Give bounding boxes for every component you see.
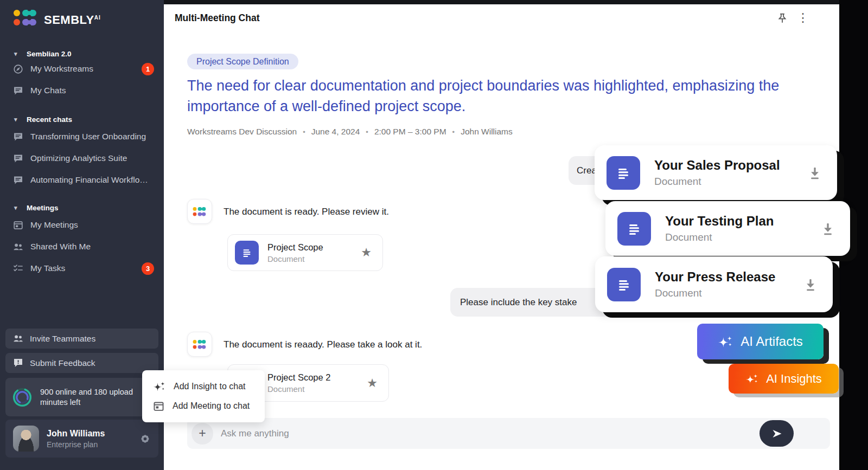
- star-icon[interactable]: ★: [367, 376, 378, 390]
- pin-icon: [776, 12, 788, 24]
- assistant-avatar: [187, 332, 212, 357]
- chat-icon: [13, 132, 23, 142]
- sidebar-item-label: Transforming User Onboarding: [30, 132, 146, 141]
- sidebar-item-my-chats[interactable]: My Chats: [0, 80, 164, 101]
- menu-item-add-meeting[interactable]: Add Meeting to chat: [142, 396, 265, 416]
- sidebar-item-label: My Workstreams: [30, 64, 93, 74]
- user-avatar: [13, 426, 39, 452]
- sidebar-item-my-workstreams[interactable]: My Workstreams 1: [0, 58, 164, 80]
- section-label: Recent chats: [27, 115, 72, 124]
- people-icon: [13, 242, 23, 252]
- sparkle-icon: [745, 374, 758, 384]
- chat-icon: [13, 153, 23, 164]
- section-recent-chats[interactable]: ▾ Recent chats: [0, 115, 164, 124]
- sidebar: SEMBLYAI ▾ Semblian 2.0 My Workstreams 1…: [0, 0, 164, 470]
- download-icon[interactable]: [802, 276, 819, 293]
- add-to-chat-menu: Add Insight to chat Add Meeting to chat: [142, 370, 265, 422]
- sidebar-item-recent-chat[interactable]: Automating Financial Workflo…: [0, 169, 164, 191]
- user-name: John Williams: [47, 429, 105, 439]
- user-profile[interactable]: John Williams Enterprise plan: [5, 420, 158, 458]
- artifact-title: Your Sales Proposal: [654, 158, 780, 173]
- chat-icon: [13, 86, 23, 96]
- compass-icon: [13, 64, 23, 74]
- ai-insights-label: AI Insights: [766, 372, 822, 386]
- more-options-button[interactable]: ⋮: [796, 10, 810, 26]
- download-icon[interactable]: [807, 165, 823, 181]
- feedback-label: Submit Feedback: [30, 358, 95, 368]
- section-semblian[interactable]: ▾ Semblian 2.0: [0, 50, 164, 58]
- kebab-icon: ⋮: [797, 11, 809, 24]
- ai-artifacts-button[interactable]: AI Artifacts: [697, 324, 824, 359]
- menu-item-label: Add Insight to chat: [174, 382, 246, 391]
- top-border: [164, 0, 868, 4]
- menu-item-label: Add Meeting to chat: [173, 401, 250, 411]
- chat-input-bar: +: [187, 418, 830, 449]
- artifact-info: Your Testing Plan Document: [665, 214, 774, 243]
- tasks-badge: 3: [142, 262, 154, 275]
- sidebar-item-my-meetings[interactable]: My Meetings: [0, 214, 164, 236]
- invite-teammates-button[interactable]: Invite Teammates: [5, 329, 158, 349]
- attach-button[interactable]: +: [192, 423, 213, 445]
- sidebar-item-recent-chat[interactable]: Optimizing Analytics Suite: [0, 147, 164, 169]
- artifact-type: Document: [654, 176, 780, 188]
- document-title: Project Scope 2: [267, 372, 330, 383]
- document-icon: [235, 241, 259, 265]
- chat-headline: The need for clear documentation and pro…: [187, 75, 797, 117]
- sidebar-item-label: My Meetings: [30, 220, 78, 230]
- artifact-title: Your Testing Plan: [665, 214, 774, 229]
- sidebar-item-label: Shared With Me: [30, 242, 91, 252]
- send-icon: [770, 427, 783, 440]
- star-icon[interactable]: ★: [361, 246, 372, 260]
- user-plan: Enterprise plan: [47, 440, 105, 449]
- artifact-info: Your Press Release Document: [655, 269, 775, 299]
- artifact-card-testing-plan[interactable]: Your Testing Plan Document: [605, 201, 850, 256]
- meta-date: June 4, 2024: [311, 127, 360, 137]
- sidebar-item-my-tasks[interactable]: My Tasks 3: [0, 257, 164, 279]
- invite-label: Invite Teammates: [30, 334, 95, 344]
- send-button[interactable]: [760, 420, 794, 447]
- sidebar-item-shared-with-me[interactable]: Shared With Me: [0, 236, 164, 257]
- ai-artifacts-label: AI Artifacts: [741, 334, 803, 349]
- assistant-avatar: [187, 199, 212, 224]
- meta-separator: •: [452, 128, 455, 136]
- artifact-type: Document: [655, 287, 775, 299]
- download-icon[interactable]: [820, 221, 836, 237]
- sembly-logo-icon: [193, 207, 207, 216]
- document-type: Document: [267, 384, 330, 394]
- gear-icon[interactable]: [139, 433, 151, 445]
- sembly-logo-icon: [193, 340, 207, 349]
- assistant-message: The document is reaady. Please take a lo…: [224, 339, 422, 350]
- artifact-type: Document: [665, 231, 774, 243]
- tasks-icon: [13, 263, 23, 274]
- submit-feedback-button[interactable]: Submit Feedback: [5, 353, 158, 373]
- pin-button[interactable]: [775, 12, 789, 26]
- chevron-down-icon: ▾: [14, 50, 21, 57]
- ai-insights-button[interactable]: AI Insights: [729, 364, 839, 394]
- sembly-logo: SEMBLYAI: [0, 0, 164, 28]
- section-meetings[interactable]: ▾ Meetings: [0, 204, 164, 212]
- section-label: Meetings: [27, 204, 59, 212]
- chat-icon: [13, 175, 23, 185]
- document-attachment-card[interactable]: Project Scope Document ★: [227, 234, 383, 271]
- artifact-card-sales-proposal[interactable]: Your Sales Proposal Document: [595, 145, 837, 200]
- usage-progress-ring: [12, 385, 33, 410]
- document-type: Document: [267, 254, 323, 263]
- sembly-logo-icon: [13, 10, 38, 26]
- people-icon: [13, 333, 23, 344]
- chevron-down-icon: ▾: [14, 116, 21, 123]
- section-label: Semblian 2.0: [27, 50, 72, 58]
- document-info: Project Scope 2 Document: [267, 372, 330, 394]
- topic-chip[interactable]: Project Scope Definition: [187, 54, 298, 69]
- assistant-message: The document is ready. Please review it.: [224, 207, 389, 217]
- calendar-icon: [13, 220, 23, 230]
- sidebar-item-label: My Tasks: [30, 263, 65, 273]
- sidebar-item-recent-chat[interactable]: Transforming User Onboarding: [0, 126, 164, 147]
- artifact-info: Your Sales Proposal Document: [654, 158, 780, 188]
- artifact-card-press-release[interactable]: Your Press Release Document: [595, 256, 833, 312]
- menu-item-add-insight[interactable]: Add Insight to chat: [142, 377, 265, 396]
- usage-text: 900 online and 180 upload minutes left: [40, 387, 152, 408]
- chat-input[interactable]: [213, 428, 830, 439]
- plus-icon: +: [199, 426, 206, 440]
- feedback-icon: [13, 358, 23, 368]
- sparkle-icon: [153, 381, 165, 392]
